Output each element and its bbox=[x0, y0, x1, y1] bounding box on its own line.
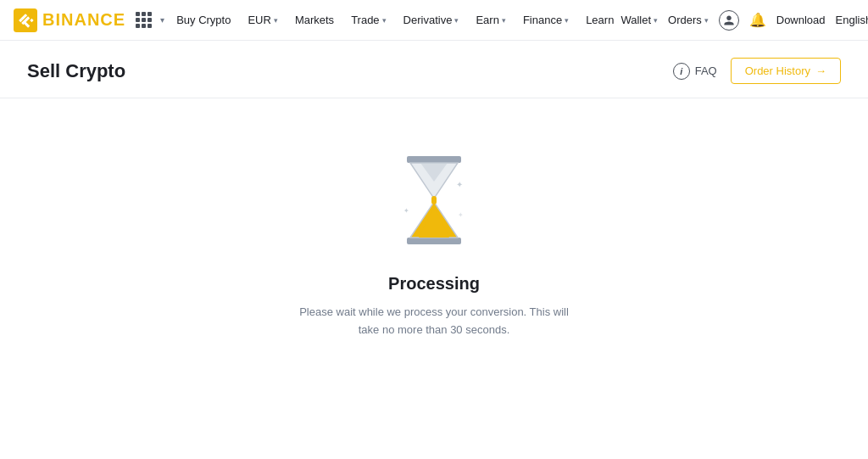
nav-wallet[interactable]: Wallet ▾ bbox=[620, 14, 658, 26]
nav-language[interactable]: English (AU) ▾ bbox=[836, 14, 868, 26]
nav-download[interactable]: Download bbox=[776, 14, 826, 26]
arrow-icon: → bbox=[815, 64, 826, 77]
page-header: Sell Crypto i FAQ Order History → bbox=[0, 41, 868, 98]
profile-icon[interactable] bbox=[719, 10, 739, 31]
processing-title: Processing bbox=[388, 274, 480, 294]
page-title: Sell Crypto bbox=[27, 60, 125, 82]
page-header-actions: i FAQ Order History → bbox=[673, 58, 841, 84]
nav-finance[interactable]: Finance ▾ bbox=[516, 0, 576, 41]
notifications-icon[interactable]: 🔔 bbox=[749, 12, 766, 28]
svg-text:✦: ✦ bbox=[403, 207, 409, 215]
svg-text:✦: ✦ bbox=[456, 180, 463, 189]
logo[interactable]: BINANCE bbox=[14, 8, 125, 32]
svg-rect-3 bbox=[431, 196, 437, 204]
derivative-chevron-icon: ▾ bbox=[454, 16, 459, 25]
faq-icon: i bbox=[673, 63, 690, 80]
hourglass-svg: ✦ ✦ ✦ bbox=[392, 149, 476, 251]
nav-markets[interactable]: Markets bbox=[288, 0, 341, 41]
grid-apps-icon[interactable] bbox=[136, 12, 152, 28]
nav-orders[interactable]: Orders ▾ bbox=[668, 14, 709, 26]
eur-chevron-icon: ▾ bbox=[274, 16, 278, 25]
svg-rect-2 bbox=[407, 238, 461, 244]
processing-illustration: ✦ ✦ ✦ bbox=[392, 149, 476, 254]
wallet-chevron-icon: ▾ bbox=[654, 16, 658, 25]
nav-eur[interactable]: EUR ▾ bbox=[241, 0, 284, 41]
navbar: BINANCE ▾ Buy Crypto EUR ▾ Markets Trade… bbox=[0, 0, 868, 41]
nav-trade[interactable]: Trade ▾ bbox=[344, 0, 392, 41]
nav-buy-crypto[interactable]: Buy Crypto bbox=[170, 0, 237, 41]
trade-chevron-icon: ▾ bbox=[382, 16, 387, 25]
nav-derivative[interactable]: Derivative ▾ bbox=[397, 0, 466, 41]
orders-chevron-icon: ▾ bbox=[704, 16, 709, 25]
svg-text:✦: ✦ bbox=[458, 211, 464, 219]
nav-earn[interactable]: Earn ▾ bbox=[469, 0, 512, 41]
binance-logo-icon bbox=[14, 8, 37, 32]
faq-button[interactable]: i FAQ bbox=[673, 63, 717, 80]
svg-rect-1 bbox=[407, 156, 461, 163]
logo-text: BINANCE bbox=[42, 10, 125, 30]
main-content: ✦ ✦ ✦ Processing Please wait while we pr… bbox=[0, 98, 868, 390]
earn-chevron-icon: ▾ bbox=[502, 16, 506, 25]
processing-description: Please wait while we process your conver… bbox=[298, 304, 570, 339]
finance-chevron-icon: ▾ bbox=[565, 16, 569, 25]
navbar-right: Wallet ▾ Orders ▾ 🔔 Download English (AU… bbox=[620, 10, 868, 31]
grid-chevron[interactable]: ▾ bbox=[159, 0, 166, 41]
navbar-left: BINANCE ▾ Buy Crypto EUR ▾ Markets Trade… bbox=[14, 0, 620, 41]
order-history-button[interactable]: Order History → bbox=[731, 58, 841, 84]
nav-learn[interactable]: Learn bbox=[579, 0, 620, 41]
